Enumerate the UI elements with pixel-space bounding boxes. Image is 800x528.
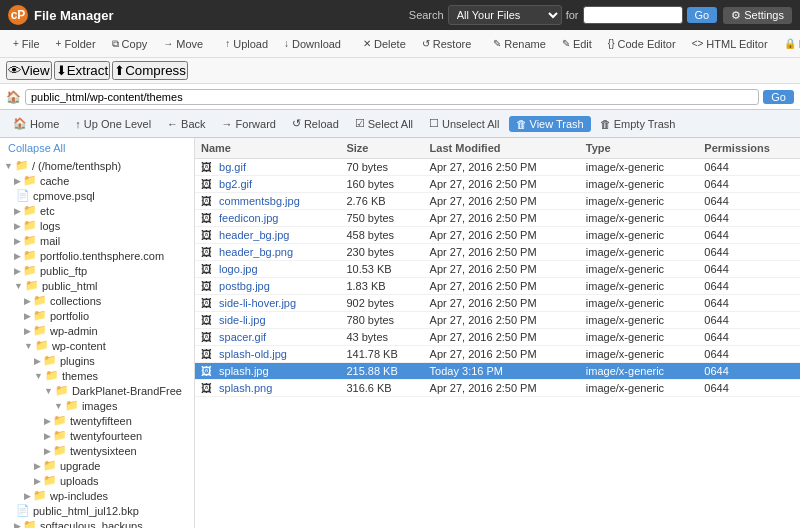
col-perms[interactable]: Permissions [698,138,800,159]
sidebar-item-public_ftp[interactable]: ▶ 📁 public_ftp [0,263,194,278]
sidebar-item-uploads[interactable]: ▶ 📁 uploads [0,473,194,488]
settings-button[interactable]: ⚙ Settings [723,7,792,24]
html-editor-button[interactable]: <>HTML Editor [685,36,775,52]
rename-button[interactable]: ✎Rename [486,36,553,52]
collapse-all-link[interactable]: Collapse All [0,138,194,158]
sidebar-item-cpmove[interactable]: 📄 cpmove.psql [0,188,194,203]
copy-button[interactable]: ⧉Copy [105,36,155,52]
expand-icon: ▶ [44,416,51,426]
sidebar-item-twentysixteen[interactable]: ▶ 📁 twentysixteen [0,443,194,458]
file-name-cell: 🖼 commentsbg.jpg [195,193,340,210]
unselect-all-button[interactable]: ☐ Unselect All [422,115,506,132]
search-scope-select[interactable]: All Your Files Current Directory [448,5,562,25]
file-modified-cell: Apr 27, 2016 2:50 PM [424,176,580,193]
col-type[interactable]: Type [580,138,698,159]
table-row[interactable]: 🖼 splash-old.jpg 141.78 KB Apr 27, 2016 … [195,346,800,363]
file-name: bg.gif [219,161,246,173]
table-row[interactable]: 🖼 side-li.jpg 780 bytes Apr 27, 2016 2:5… [195,312,800,329]
sidebar-item-root[interactable]: ▼ 📁 / (/home/tenthsph) [0,158,194,173]
back-button[interactable]: ← Back [160,116,212,132]
sidebar-item-darkplanet[interactable]: ▼ 📁 DarkPlanet-BrandFree [0,383,194,398]
sidebar-item-twentyfourteen[interactable]: ▶ 📁 twentyfourteen [0,428,194,443]
path-go-button[interactable]: Go [763,90,794,104]
sidebar-item-softaculous[interactable]: ▶ 📁 softaculous_backups [0,518,194,528]
path-input[interactable] [25,89,759,105]
permissions-button[interactable]: 🔒Permissions [777,36,800,52]
delete-button[interactable]: ✕Delete [356,36,413,52]
extract-button[interactable]: ⬇Extract [54,61,110,80]
sidebar-item-upgrade[interactable]: ▶ 📁 upgrade [0,458,194,473]
sidebar-item-wp-includes[interactable]: ▶ 📁 wp-includes [0,488,194,503]
select-all-button[interactable]: ☑ Select All [348,115,420,132]
expand-icon: ▶ [24,326,31,336]
up-one-level-button[interactable]: ↑ Up One Level [68,116,158,132]
folder-icon: 📁 [25,279,39,292]
table-row[interactable]: 🖼 postbg.jpg 1.83 KB Apr 27, 2016 2:50 P… [195,278,800,295]
folder-icon: 📁 [43,474,57,487]
table-row[interactable]: 🖼 splash.png 316.6 KB Apr 27, 2016 2:50 … [195,380,800,397]
main-area: Collapse All ▼ 📁 / (/home/tenthsph) ▶ 📁 … [0,138,800,528]
forward-button[interactable]: → Forward [215,116,283,132]
move-button[interactable]: →Move [156,36,210,52]
table-row[interactable]: 🖼 splash.jpg 215.88 KB Today 3:16 PM ima… [195,363,800,380]
home-nav-button[interactable]: 🏠 Home [6,115,66,132]
table-row[interactable]: 🖼 bg.gif 70 bytes Apr 27, 2016 2:50 PM i… [195,159,800,176]
folder-icon: 📄 [16,504,30,517]
view-button[interactable]: 👁View [6,61,52,80]
sidebar-item-images[interactable]: ▼ 📁 images [0,398,194,413]
file-name-cell: 🖼 logo.jpg [195,261,340,278]
table-row[interactable]: 🖼 commentsbg.jpg 2.76 KB Apr 27, 2016 2:… [195,193,800,210]
empty-trash-button[interactable]: 🗑 Empty Trash [593,116,683,132]
edit-button[interactable]: ✎Edit [555,36,599,52]
search-go-button[interactable]: Go [687,7,718,23]
download-button[interactable]: ↓Download [277,36,348,52]
file-icon: 🖼 [201,314,212,326]
file-size-cell: 141.78 KB [340,346,423,363]
col-name[interactable]: Name [195,138,340,159]
col-modified[interactable]: Last Modified [424,138,580,159]
sidebar-item-mail[interactable]: ▶ 📁 mail [0,233,194,248]
sidebar-item-portfolio2[interactable]: ▶ 📁 portfolio [0,308,194,323]
search-input[interactable] [583,6,683,24]
folder-icon: 📁 [33,294,47,307]
upload-button[interactable]: ↑Upload [218,36,275,52]
sidebar-item-public_html[interactable]: ▼ 📁 public_html [0,278,194,293]
sidebar-item-public_html_bkp[interactable]: 📄 public_html_jul12.bkp [0,503,194,518]
tree-item-label: / (/home/tenthsph) [32,160,121,172]
sidebar-item-plugins[interactable]: ▶ 📁 plugins [0,353,194,368]
table-row[interactable]: 🖼 spacer.gif 43 bytes Apr 27, 2016 2:50 … [195,329,800,346]
table-row[interactable]: 🖼 header_bg.jpg 458 bytes Apr 27, 2016 2… [195,227,800,244]
file-type-cell: image/x-generic [580,244,698,261]
table-row[interactable]: 🖼 header_bg.png 230 bytes Apr 27, 2016 2… [195,244,800,261]
compress-button[interactable]: ⬆Compress [112,61,188,80]
sidebar-item-themes[interactable]: ▼ 📁 themes [0,368,194,383]
file-button[interactable]: +File [6,36,47,52]
folder-icon: 📁 [45,369,59,382]
file-type-cell: image/x-generic [580,380,698,397]
col-size[interactable]: Size [340,138,423,159]
sidebar-item-cache[interactable]: ▶ 📁 cache [0,173,194,188]
sidebar-item-collections[interactable]: ▶ 📁 collections [0,293,194,308]
expand-icon: ▼ [24,341,33,351]
sidebar-item-portfolio[interactable]: ▶ 📁 portfolio.tenthsphere.com [0,248,194,263]
file-size-cell: 10.53 KB [340,261,423,278]
file-name-cell: 🖼 bg.gif [195,159,340,176]
code-editor-button[interactable]: {}Code Editor [601,36,683,52]
sidebar-item-wp-content[interactable]: ▼ 📁 wp-content [0,338,194,353]
tree-item-label: uploads [60,475,99,487]
table-row[interactable]: 🖼 feedicon.jpg 750 bytes Apr 27, 2016 2:… [195,210,800,227]
file-type-cell: image/x-generic [580,261,698,278]
sidebar-item-logs[interactable]: ▶ 📁 logs [0,218,194,233]
sidebar-item-twentyfifteen[interactable]: ▶ 📁 twentyfifteen [0,413,194,428]
sidebar-item-etc[interactable]: ▶ 📁 etc [0,203,194,218]
sidebar-item-wp-admin[interactable]: ▶ 📁 wp-admin [0,323,194,338]
restore-button[interactable]: ↺Restore [415,36,479,52]
file-icon: 🖼 [201,348,212,360]
view-trash-button[interactable]: 🗑 View Trash [509,116,591,132]
table-row[interactable]: 🖼 bg2.gif 160 bytes Apr 27, 2016 2:50 PM… [195,176,800,193]
folder-button[interactable]: +Folder [49,36,103,52]
table-row[interactable]: 🖼 side-li-hover.jpg 902 bytes Apr 27, 20… [195,295,800,312]
path-home-icon[interactable]: 🏠 [6,90,21,104]
reload-button[interactable]: ↺ Reload [285,115,346,132]
table-row[interactable]: 🖼 logo.jpg 10.53 KB Apr 27, 2016 2:50 PM… [195,261,800,278]
